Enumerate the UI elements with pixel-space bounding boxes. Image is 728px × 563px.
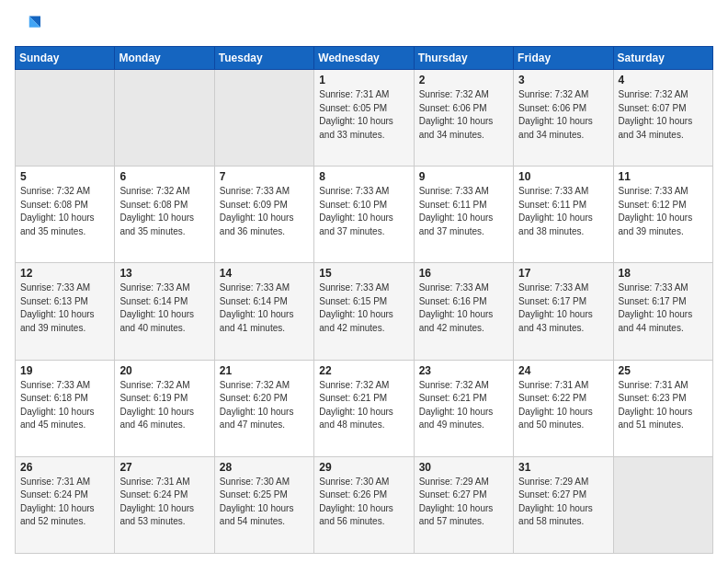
calendar-header: SundayMondayTuesdayWednesdayThursdayFrid… — [16, 47, 713, 70]
day-number: 4 — [619, 74, 708, 86]
day-number: 8 — [319, 170, 408, 183]
calendar-cell: 27Sunrise: 7:31 AM Sunset: 6:24 PM Dayli… — [115, 456, 214, 553]
calendar-cell: 22Sunrise: 7:32 AM Sunset: 6:21 PM Dayli… — [314, 360, 414, 456]
day-info: Sunrise: 7:33 AM Sunset: 6:11 PM Dayligh… — [419, 185, 508, 238]
calendar-cell — [115, 70, 214, 167]
day-info: Sunrise: 7:33 AM Sunset: 6:15 PM Dayligh… — [319, 282, 408, 335]
day-info: Sunrise: 7:32 AM Sunset: 6:06 PM Dayligh… — [419, 88, 508, 142]
day-info: Sunrise: 7:29 AM Sunset: 6:27 PM Dayligh… — [419, 476, 508, 529]
header — [15, 13, 713, 39]
calendar-week-row: 1Sunrise: 7:31 AM Sunset: 6:05 PM Daylig… — [16, 70, 713, 167]
calendar-cell: 25Sunrise: 7:31 AM Sunset: 6:23 PM Dayli… — [613, 360, 712, 456]
calendar-cell: 9Sunrise: 7:33 AM Sunset: 6:11 PM Daylig… — [414, 167, 513, 263]
day-number: 2 — [419, 74, 508, 86]
calendar-week-row: 26Sunrise: 7:31 AM Sunset: 6:24 PM Dayli… — [16, 456, 713, 553]
day-info: Sunrise: 7:33 AM Sunset: 6:13 PM Dayligh… — [20, 282, 109, 335]
day-number: 30 — [419, 461, 508, 474]
day-info: Sunrise: 7:33 AM Sunset: 6:11 PM Dayligh… — [518, 185, 608, 238]
calendar-cell: 31Sunrise: 7:29 AM Sunset: 6:27 PM Dayli… — [514, 456, 613, 553]
header-cell-saturday: Saturday — [613, 47, 712, 70]
calendar-cell: 2Sunrise: 7:32 AM Sunset: 6:06 PM Daylig… — [414, 70, 513, 167]
day-number: 9 — [419, 170, 508, 183]
logo — [15, 13, 42, 39]
header-cell-thursday: Thursday — [414, 47, 513, 70]
day-info: Sunrise: 7:31 AM Sunset: 6:05 PM Dayligh… — [319, 88, 408, 142]
day-info: Sunrise: 7:33 AM Sunset: 6:10 PM Dayligh… — [319, 185, 408, 238]
calendar-cell: 15Sunrise: 7:33 AM Sunset: 6:15 PM Dayli… — [314, 263, 414, 360]
day-number: 12 — [20, 267, 109, 280]
calendar-cell: 26Sunrise: 7:31 AM Sunset: 6:24 PM Dayli… — [16, 456, 115, 553]
day-info: Sunrise: 7:32 AM Sunset: 6:08 PM Dayligh… — [119, 185, 209, 238]
calendar-cell: 11Sunrise: 7:33 AM Sunset: 6:12 PM Dayli… — [613, 167, 712, 263]
calendar-cell: 3Sunrise: 7:32 AM Sunset: 6:06 PM Daylig… — [514, 70, 613, 167]
day-number: 1 — [319, 74, 408, 86]
calendar-cell: 18Sunrise: 7:33 AM Sunset: 6:17 PM Dayli… — [613, 263, 712, 360]
calendar-cell: 8Sunrise: 7:33 AM Sunset: 6:10 PM Daylig… — [314, 167, 414, 263]
day-number: 21 — [220, 364, 309, 377]
day-info: Sunrise: 7:33 AM Sunset: 6:09 PM Dayligh… — [220, 185, 309, 238]
calendar-cell: 19Sunrise: 7:33 AM Sunset: 6:18 PM Dayli… — [16, 360, 115, 456]
day-number: 31 — [518, 461, 608, 474]
day-number: 18 — [619, 267, 708, 280]
day-number: 23 — [419, 364, 508, 377]
day-info: Sunrise: 7:33 AM Sunset: 6:17 PM Dayligh… — [518, 282, 608, 335]
day-info: Sunrise: 7:32 AM Sunset: 6:08 PM Dayligh… — [20, 185, 109, 238]
day-number: 11 — [619, 170, 708, 183]
day-info: Sunrise: 7:30 AM Sunset: 6:25 PM Dayligh… — [220, 476, 309, 529]
day-number: 29 — [319, 461, 408, 474]
day-number: 19 — [20, 364, 109, 377]
day-info: Sunrise: 7:32 AM Sunset: 6:20 PM Dayligh… — [220, 379, 309, 432]
logo-icon — [15, 13, 40, 39]
calendar-cell — [214, 70, 313, 167]
day-number: 26 — [20, 461, 109, 474]
day-number: 5 — [20, 170, 109, 183]
day-number: 14 — [220, 267, 309, 280]
calendar-cell: 17Sunrise: 7:33 AM Sunset: 6:17 PM Dayli… — [514, 263, 613, 360]
day-info: Sunrise: 7:33 AM Sunset: 6:14 PM Dayligh… — [119, 282, 209, 335]
day-number: 25 — [619, 364, 708, 377]
calendar-week-row: 12Sunrise: 7:33 AM Sunset: 6:13 PM Dayli… — [16, 263, 713, 360]
day-info: Sunrise: 7:31 AM Sunset: 6:23 PM Dayligh… — [619, 379, 708, 432]
calendar-week-row: 19Sunrise: 7:33 AM Sunset: 6:18 PM Dayli… — [16, 360, 713, 456]
calendar-cell: 14Sunrise: 7:33 AM Sunset: 6:14 PM Dayli… — [214, 263, 313, 360]
day-number: 22 — [319, 364, 408, 377]
day-number: 10 — [518, 170, 608, 183]
calendar-cell: 21Sunrise: 7:32 AM Sunset: 6:20 PM Dayli… — [214, 360, 313, 456]
day-info: Sunrise: 7:32 AM Sunset: 6:21 PM Dayligh… — [319, 379, 408, 432]
calendar-cell: 16Sunrise: 7:33 AM Sunset: 6:16 PM Dayli… — [414, 263, 513, 360]
day-number: 17 — [518, 267, 608, 280]
day-info: Sunrise: 7:32 AM Sunset: 6:19 PM Dayligh… — [119, 379, 209, 432]
day-info: Sunrise: 7:33 AM Sunset: 6:12 PM Dayligh… — [619, 185, 708, 238]
day-info: Sunrise: 7:31 AM Sunset: 6:24 PM Dayligh… — [119, 476, 209, 529]
calendar-table: SundayMondayTuesdayWednesdayThursdayFrid… — [15, 46, 713, 554]
header-cell-monday: Monday — [115, 47, 214, 70]
calendar-cell: 29Sunrise: 7:30 AM Sunset: 6:26 PM Dayli… — [314, 456, 414, 553]
calendar-cell: 23Sunrise: 7:32 AM Sunset: 6:21 PM Dayli… — [414, 360, 513, 456]
day-info: Sunrise: 7:30 AM Sunset: 6:26 PM Dayligh… — [319, 476, 408, 529]
header-cell-friday: Friday — [514, 47, 613, 70]
day-number: 28 — [220, 461, 309, 474]
header-cell-tuesday: Tuesday — [214, 47, 313, 70]
calendar-cell: 10Sunrise: 7:33 AM Sunset: 6:11 PM Dayli… — [514, 167, 613, 263]
calendar-cell: 6Sunrise: 7:32 AM Sunset: 6:08 PM Daylig… — [115, 167, 214, 263]
day-info: Sunrise: 7:33 AM Sunset: 6:16 PM Dayligh… — [419, 282, 508, 335]
calendar-cell: 30Sunrise: 7:29 AM Sunset: 6:27 PM Dayli… — [414, 456, 513, 553]
day-info: Sunrise: 7:32 AM Sunset: 6:07 PM Dayligh… — [619, 88, 708, 142]
day-number: 16 — [419, 267, 508, 280]
day-info: Sunrise: 7:31 AM Sunset: 6:24 PM Dayligh… — [20, 476, 109, 529]
calendar-body: 1Sunrise: 7:31 AM Sunset: 6:05 PM Daylig… — [16, 70, 713, 554]
header-row: SundayMondayTuesdayWednesdayThursdayFrid… — [16, 47, 713, 70]
calendar-cell — [16, 70, 115, 167]
calendar-cell: 20Sunrise: 7:32 AM Sunset: 6:19 PM Dayli… — [115, 360, 214, 456]
calendar-cell: 12Sunrise: 7:33 AM Sunset: 6:13 PM Dayli… — [16, 263, 115, 360]
day-info: Sunrise: 7:29 AM Sunset: 6:27 PM Dayligh… — [518, 476, 608, 529]
day-info: Sunrise: 7:33 AM Sunset: 6:18 PM Dayligh… — [20, 379, 109, 432]
calendar-cell — [613, 456, 712, 553]
calendar-week-row: 5Sunrise: 7:32 AM Sunset: 6:08 PM Daylig… — [16, 167, 713, 263]
day-number: 7 — [220, 170, 309, 183]
day-number: 6 — [119, 170, 209, 183]
calendar-cell: 24Sunrise: 7:31 AM Sunset: 6:22 PM Dayli… — [514, 360, 613, 456]
calendar-cell: 7Sunrise: 7:33 AM Sunset: 6:09 PM Daylig… — [214, 167, 313, 263]
day-number: 27 — [119, 461, 209, 474]
header-cell-wednesday: Wednesday — [314, 47, 414, 70]
